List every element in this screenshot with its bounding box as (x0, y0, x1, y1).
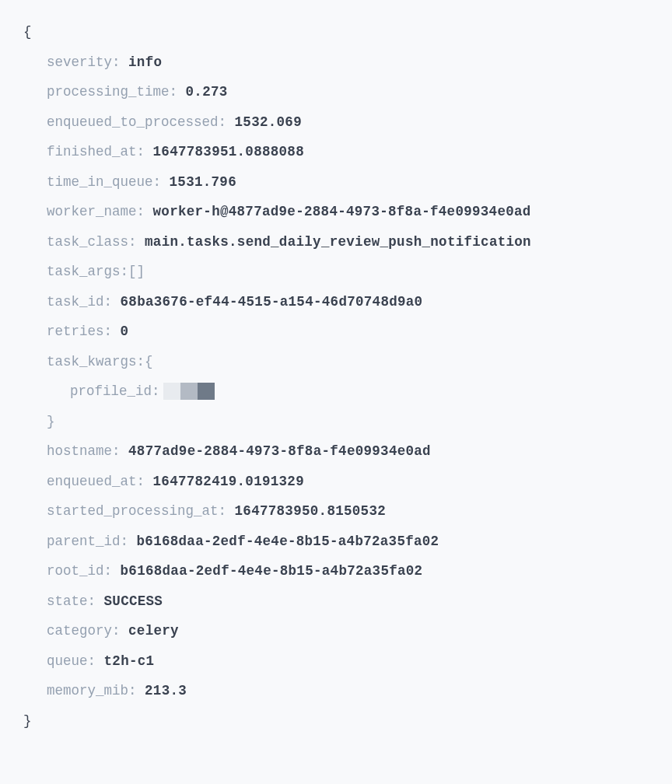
log-json-block: { severity: info processing_time: 0.273 … (0, 0, 672, 753)
colon: : (121, 264, 129, 279)
value-enqueued-to-processed: 1532.069 (235, 114, 302, 130)
key-processing-time: processing_time (47, 84, 170, 100)
value-parent-id: b6168daa-2edf-4e4e-8b15-a4b72a35fa02 (137, 534, 439, 549)
colon: : (219, 503, 235, 519)
redacted-value (163, 383, 215, 400)
key-category: category (47, 623, 112, 639)
entry-processing-time: processing_time: 0.273 (23, 77, 649, 107)
entry-task-kwargs: task_kwargs:{ (23, 347, 649, 377)
entry-time-in-queue: time_in_queue: 1531.796 (23, 167, 649, 198)
colon: : (137, 204, 153, 219)
entry-queue: queue: t2h-c1 (23, 646, 649, 677)
entry-severity: severity: info (23, 47, 649, 78)
task-kwargs-close-brace: } (23, 407, 649, 437)
entry-enqueued-to-processed: enqueued_to_processed: 1532.069 (23, 107, 649, 138)
key-enqueued-to-processed: enqueued_to_processed (47, 114, 219, 130)
value-hostname: 4877ad9e-2884-4973-8f8a-f4e09934e0ad (128, 443, 431, 459)
task-args-close-bracket: ] (137, 264, 145, 279)
entry-retries: retries: 0 (23, 317, 649, 347)
value-time-in-queue: 1531.796 (170, 174, 236, 190)
colon: : (121, 534, 137, 549)
colon: : (104, 563, 121, 579)
value-task-class: main.tasks.send_daily_review_push_notifi… (145, 234, 531, 250)
value-queue: t2h-c1 (104, 653, 155, 669)
value-retries: 0 (121, 324, 129, 339)
key-task-id: task_id (47, 294, 104, 310)
value-task-id: 68ba3676-ef44-4515-a154-46d70748d9a0 (121, 294, 423, 310)
entry-enqueued-at: enqueued_at: 1647782419.0191329 (23, 467, 649, 497)
colon: : (137, 354, 145, 369)
key-memory-mib: memory_mib (47, 683, 128, 698)
colon: : (170, 84, 186, 100)
value-worker-name: worker-h@4877ad9e-2884-4973-8f8a-f4e0993… (153, 204, 531, 219)
value-root-id: b6168daa-2edf-4e4e-8b15-a4b72a35fa02 (121, 563, 423, 579)
key-task-class: task_class (47, 234, 128, 250)
colon: : (112, 443, 128, 459)
open-brace: { (23, 17, 649, 47)
key-enqueued-at: enqueued_at (47, 474, 137, 489)
entry-category: category: celery (23, 616, 649, 646)
value-processing-time: 0.273 (186, 84, 228, 100)
task-args-open-bracket: [ (128, 264, 137, 279)
colon: : (112, 54, 128, 70)
task-kwargs-open-brace: { (145, 354, 153, 369)
entry-parent-id: parent_id: b6168daa-2edf-4e4e-8b15-a4b72… (23, 527, 649, 557)
entry-profile-id: profile_id: (23, 376, 649, 407)
key-queue: queue (47, 653, 88, 669)
key-worker-name: worker_name (47, 204, 137, 219)
value-severity: info (128, 54, 162, 70)
value-category: celery (128, 623, 179, 639)
key-root-id: root_id (47, 563, 104, 579)
entry-task-class: task_class: main.tasks.send_daily_review… (23, 227, 649, 257)
entry-finished-at: finished_at: 1647783951.0888088 (23, 137, 649, 167)
key-time-in-queue: time_in_queue (47, 174, 153, 190)
entry-task-args: task_args:[] (23, 257, 649, 287)
colon: : (153, 174, 170, 190)
value-started-processing-at: 1647783950.8150532 (235, 503, 386, 519)
entry-worker-name: worker_name: worker-h@4877ad9e-2884-4973… (23, 197, 649, 227)
key-started-processing-at: started_processing_at (47, 503, 219, 519)
value-enqueued-at: 1647782419.0191329 (153, 474, 304, 489)
key-profile-id: profile_id (70, 383, 152, 399)
key-finished-at: finished_at (47, 144, 137, 159)
key-task-kwargs: task_kwargs (47, 354, 137, 369)
colon: : (128, 234, 145, 250)
key-hostname: hostname (47, 443, 112, 459)
value-finished-at: 1647783951.0888088 (153, 144, 304, 159)
entry-started-processing-at: started_processing_at: 1647783950.815053… (23, 496, 649, 527)
colon: : (104, 324, 121, 339)
entry-task-id: task_id: 68ba3676-ef44-4515-a154-46d7074… (23, 287, 649, 317)
key-state: state (47, 593, 88, 609)
value-memory-mib: 213.3 (145, 683, 187, 698)
entry-state: state: SUCCESS (23, 586, 649, 617)
colon: : (88, 593, 104, 609)
colon: : (88, 653, 104, 669)
key-task-args: task_args (47, 264, 121, 279)
colon: : (219, 114, 235, 130)
key-severity: severity (47, 54, 112, 70)
colon: : (137, 474, 153, 489)
key-parent-id: parent_id (47, 534, 121, 549)
colon: : (152, 383, 160, 399)
entry-hostname: hostname: 4877ad9e-2884-4973-8f8a-f4e099… (23, 436, 649, 467)
entry-root-id: root_id: b6168daa-2edf-4e4e-8b15-a4b72a3… (23, 556, 649, 586)
value-state: SUCCESS (104, 593, 163, 609)
colon: : (104, 294, 121, 310)
entry-memory-mib: memory_mib: 213.3 (23, 676, 649, 706)
close-brace: } (23, 706, 649, 737)
key-retries: retries (47, 324, 104, 339)
colon: : (137, 144, 153, 159)
colon: : (112, 623, 128, 639)
colon: : (128, 683, 145, 698)
